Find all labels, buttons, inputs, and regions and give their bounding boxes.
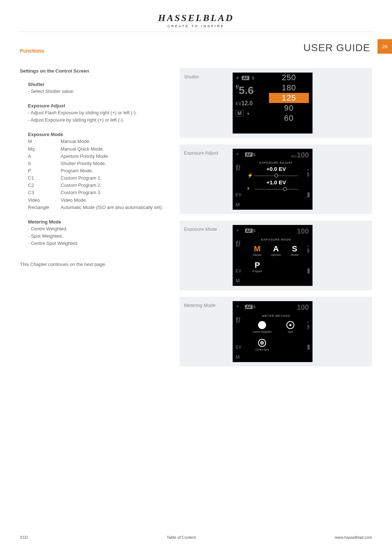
footer-right: www.hasselblad.com xyxy=(335,535,372,539)
shutter-line: - Select Shutter value. xyxy=(28,88,169,95)
section-tag: Functions xyxy=(20,48,44,54)
exposure-mode-option[interactable]: MManual xyxy=(248,243,266,259)
metering-option[interactable]: Centre Spot xyxy=(248,337,276,354)
centrespot-icon xyxy=(258,339,266,347)
mode-value: Video Mode. xyxy=(61,197,163,204)
ev-prefix: EV xyxy=(236,101,241,106)
expadj-line1: - Adjust Flash Exposure by sliding right… xyxy=(28,109,169,116)
flash-icon: ⚡ xyxy=(247,173,253,178)
mode-value: Manual Quick Mode. xyxy=(61,145,163,153)
expmode-heading: Exposure Mode xyxy=(28,132,169,137)
exposure-mode-option[interactable]: PProgram xyxy=(248,259,266,275)
f-value: 5.6 xyxy=(239,84,254,96)
mode-row: C1Custom Program 1. xyxy=(28,175,163,182)
m-bg: M xyxy=(236,202,240,208)
mode-value: Manual Mode. xyxy=(61,138,163,145)
divider xyxy=(20,32,372,32)
af-s-label: S xyxy=(252,76,254,80)
mode-key: P xyxy=(28,167,61,175)
mode-row: AAperture Priority Mode. xyxy=(28,153,163,160)
display-shutter: ☀ AFS f/5.6 EV12.0 M ● 2501801259060 xyxy=(233,73,313,134)
mode-key: C2 xyxy=(28,182,61,189)
mode-key: Mq xyxy=(28,145,61,153)
mode-row: PProgram Mode. xyxy=(28,167,163,175)
metering-block: Metering Mode - Centre Weighted. - Spot … xyxy=(20,219,169,247)
sun-icon: ☀ xyxy=(236,152,240,157)
exposure-mode-block: Exposure Mode MManual Mode.MqManual Quic… xyxy=(20,132,169,211)
metering-sublabel: Centre Weighted xyxy=(248,331,276,333)
guide-title: USER GUIDE xyxy=(44,42,377,54)
slider-knob[interactable] xyxy=(274,174,278,177)
flash-exposure-slider[interactable] xyxy=(254,173,298,178)
aperture-readout: f/5.6 xyxy=(236,84,254,97)
circle-icon xyxy=(258,321,266,329)
shutter-value[interactable]: 125 xyxy=(269,93,309,103)
metering-sublabel: Spot xyxy=(276,331,305,333)
m-bg: M xyxy=(236,354,240,360)
card-exposure-mode: Exposure Mode ☀ AFS 100 f/ 5 EV M EXPOSU… xyxy=(180,221,372,290)
exposure-slider[interactable] xyxy=(254,187,298,191)
panel-title: METER METHOD xyxy=(248,314,305,317)
metering-line3: - Centre Spot Weighted. xyxy=(28,240,169,247)
mode-value: Program Mode. xyxy=(61,167,163,175)
mode-value: Custom Program 1. xyxy=(61,175,163,182)
af-badge: AF xyxy=(242,76,249,80)
mode-value: Automatic Mode (ISO are also automatical… xyxy=(61,204,163,211)
exposure-mode-option[interactable]: SShutter xyxy=(285,243,304,259)
card-expadj-label: Exposure Adjust xyxy=(184,149,228,210)
af-badge-bg: AFS xyxy=(245,228,256,233)
mode-row: C3Custom Program 3. xyxy=(28,189,163,196)
mode-key: Video xyxy=(28,197,61,204)
page-footer: X1D Table of Content www.hasselblad.com xyxy=(20,535,372,539)
mode-value: Custom Program 3. xyxy=(61,189,163,196)
ev-bg: EV xyxy=(236,268,241,274)
mode-key: M xyxy=(28,138,61,145)
f-bg: f/ xyxy=(236,239,240,249)
brand-header: HASSELBLAD CREATE TO INSPIRE xyxy=(0,0,392,32)
iso-readout: 100 xyxy=(297,227,309,235)
card-expmode-label: Exposure Mode xyxy=(184,225,228,286)
ev-value: 12.0 xyxy=(241,100,253,106)
exposure-mode-option[interactable]: AAperture xyxy=(266,243,285,259)
card-metering-label: Metering Mode xyxy=(184,301,228,362)
metering-line1: - Centre Weighted. xyxy=(28,225,169,233)
dot-icon xyxy=(286,321,294,329)
shutter-value[interactable]: 90 xyxy=(269,103,309,113)
slider-knob[interactable] xyxy=(283,187,287,191)
left-column: Settings on the Control Screen Shutter -… xyxy=(20,68,169,373)
card-exposure-adjust: Exposure Adjust ☀ AFS ISO100 f/ 5 EV M E… xyxy=(180,144,372,214)
flash-exposure-value: +0.0 EV xyxy=(248,166,305,172)
iso-readout: ISO100 xyxy=(291,151,309,159)
mode-key: C3 xyxy=(28,189,61,196)
display-exposure-mode: ☀ AFS 100 f/ 5 EV M EXPOSURE MODE MManua… xyxy=(233,225,313,286)
settings-title: Settings on the Control Screen xyxy=(20,68,169,74)
mode-value: Custom Program 2. xyxy=(61,182,163,189)
panel-title: EXPOSURE ADJUST xyxy=(248,161,305,164)
metering-grid: Centre WeightedSpotCentre Spot xyxy=(248,319,305,354)
metering-line2: - Spot Weighted. xyxy=(28,233,169,240)
ev-comp-icon: ± xyxy=(247,186,249,190)
brand-name: HASSELBLAD xyxy=(0,13,392,24)
metering-heading: Metering Mode xyxy=(28,219,169,225)
shutter-value[interactable]: 250 xyxy=(269,73,309,83)
af-badge-bg: AFS xyxy=(245,304,256,309)
mode-row: RectangleAutomatic Mode (ISO are also au… xyxy=(28,204,163,211)
metering-option[interactable]: Spot xyxy=(276,319,305,337)
shutter-value[interactable]: 180 xyxy=(269,83,309,93)
shutter-value[interactable]: 60 xyxy=(269,113,309,123)
panel-title: EXPOSURE MODE xyxy=(248,238,305,241)
mode-row: C2Custom Program 2. xyxy=(28,182,163,189)
continuation-note: This Chapter continues on the next page. xyxy=(20,262,169,267)
metering-option[interactable]: Centre Weighted xyxy=(248,319,276,337)
ev-readout: EV12.0 xyxy=(236,100,254,107)
card-shutter-label: Shutter xyxy=(184,73,228,134)
mode-key: Rectangle xyxy=(28,204,61,211)
dot-icon: ● xyxy=(247,111,250,116)
f-prefix: f/ xyxy=(236,84,239,90)
metering-panel: METER METHOD Centre WeightedSpotCentre S… xyxy=(245,311,307,355)
mode-sublabel: Shutter xyxy=(285,254,304,256)
page-number: 26 xyxy=(377,39,392,54)
exposure-mode-table: MManual Mode.MqManual Quick Mode.AApertu… xyxy=(28,138,163,211)
right-column: Shutter ☀ AFS f/5.6 EV12.0 M ● xyxy=(180,68,372,373)
mode-key: C1 xyxy=(28,175,61,182)
